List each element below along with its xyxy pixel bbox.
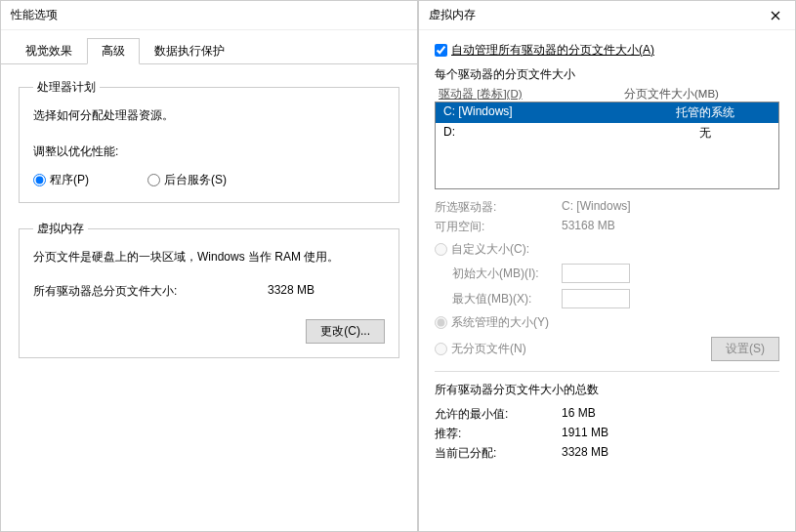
cur-label: 当前已分配: — [435, 445, 562, 462]
drive-list[interactable]: C: [Windows] 托管的系统 D: 无 — [435, 102, 779, 189]
close-icon — [771, 11, 780, 20]
avail-value: 53168 MB — [562, 219, 615, 235]
totals-title: 所有驱动器分页文件大小的总数 — [435, 382, 779, 398]
sys-managed-label: 系统管理的大小(Y) — [451, 314, 549, 331]
radio-custom-size — [435, 243, 447, 256]
auto-manage-row: 自动管理所有驱动器的分页文件大小(A) — [435, 42, 779, 59]
avail-row: 可用空间: 53168 MB — [435, 219, 779, 235]
radio-sys-managed — [435, 316, 447, 329]
each-drive-label: 每个驱动器的分页文件大小 — [435, 66, 779, 83]
drive-row[interactable]: D: 无 — [436, 123, 778, 143]
radio-bgservice-input[interactable] — [147, 174, 160, 186]
vm-legend: 虚拟内存 — [33, 221, 88, 237]
sys-managed-row: 系统管理的大小(Y) — [435, 314, 779, 331]
col-size: 分页文件大小(MB) — [624, 87, 719, 102]
cpu-radio-row: 程序(P) 后台服务(S) — [33, 172, 385, 188]
selected-drive-label: 所选驱动器: — [435, 199, 562, 216]
custom-size-label: 自定义大小(C): — [451, 241, 529, 258]
radio-no-paging — [435, 343, 447, 355]
cpu-fieldset: 处理器计划 选择如何分配处理器资源。 调整以优化性能: 程序(P) 后台服务(S… — [19, 79, 399, 203]
custom-size-row: 自定义大小(C): — [435, 241, 779, 258]
radio-bgservice-label: 后台服务(S) — [164, 172, 227, 188]
title-right: 虚拟内存 — [429, 7, 476, 23]
radio-programs-label: 程序(P) — [50, 172, 89, 188]
right-content: 自动管理所有驱动器的分页文件大小(A) 每个驱动器的分页文件大小 驱动器 [卷标… — [419, 30, 795, 476]
no-paging-row: 无分页文件(N) 设置(S) — [435, 337, 779, 361]
cur-value: 3328 MB — [562, 445, 608, 462]
separator — [435, 371, 779, 372]
virtual-memory-dialog: 虚拟内存 自动管理所有驱动器的分页文件大小(A) 每个驱动器的分页文件大小 驱动… — [418, 0, 796, 532]
no-paging-label: 无分页文件(N) — [451, 341, 526, 357]
radio-programs[interactable]: 程序(P) — [33, 172, 89, 188]
drive-row-label: C: [Windows] — [443, 104, 639, 121]
max-size-label: 最大值(MB)(X): — [435, 291, 562, 307]
change-button[interactable]: 更改(C)... — [306, 319, 385, 344]
vm-fieldset: 虚拟内存 分页文件是硬盘上的一块区域，Windows 当作 RAM 使用。 所有… — [19, 221, 399, 358]
max-size-input — [562, 289, 630, 308]
performance-options-dialog: 性能选项 视觉效果 高级 数据执行保护 处理器计划 选择如何分配处理器资源。 调… — [0, 0, 418, 532]
selected-drive-value: C: [Windows] — [562, 199, 631, 216]
titlebar-right: 虚拟内存 — [419, 1, 795, 30]
drive-row-label: D: — [443, 125, 639, 142]
max-size-row: 最大值(MB)(X): — [435, 289, 779, 308]
auto-manage-checkbox[interactable] — [435, 44, 447, 57]
tab-dep[interactable]: 数据执行保护 — [140, 38, 239, 64]
cur-row: 当前已分配: 3328 MB — [435, 445, 779, 462]
cpu-legend: 处理器计划 — [33, 79, 100, 96]
set-button: 设置(S) — [711, 337, 779, 361]
rec-label: 推荐: — [435, 426, 562, 442]
rec-value: 1911 MB — [562, 426, 608, 442]
vm-desc: 分页文件是硬盘上的一块区域，Windows 当作 RAM 使用。 — [33, 249, 385, 266]
vm-total-label: 所有驱动器总分页文件大小: — [33, 283, 209, 300]
auto-manage-label[interactable]: 自动管理所有驱动器的分页文件大小(A) — [451, 42, 654, 59]
vm-total-value: 3328 MB — [268, 283, 314, 300]
rec-row: 推荐: 1911 MB — [435, 426, 779, 442]
tab-advanced[interactable]: 高级 — [87, 38, 140, 64]
col-drive: 驱动器 [卷标](D) — [439, 87, 624, 102]
initial-size-input — [562, 264, 630, 283]
drive-settings-area: 所选驱动器: C: [Windows] 可用空间: 53168 MB 自定义大小… — [435, 199, 779, 361]
min-value: 16 MB — [562, 406, 596, 423]
drive-header: 驱动器 [卷标](D) 分页文件大小(MB) — [435, 87, 779, 102]
titlebar-left: 性能选项 — [1, 1, 417, 30]
drive-row-size: 无 — [639, 125, 771, 142]
cpu-adjust-label: 调整以优化性能: — [33, 143, 385, 160]
title-left: 性能选项 — [11, 7, 58, 23]
drive-row[interactable]: C: [Windows] 托管的系统 — [436, 102, 778, 123]
drive-row-size: 托管的系统 — [639, 104, 771, 121]
tabstrip: 视觉效果 高级 数据执行保护 — [1, 30, 417, 64]
min-row: 允许的最小值: 16 MB — [435, 406, 779, 423]
initial-size-label: 初始大小(MB)(I): — [435, 266, 562, 282]
cpu-desc: 选择如何分配处理器资源。 — [33, 107, 385, 124]
initial-size-row: 初始大小(MB)(I): — [435, 264, 779, 283]
selected-drive-row: 所选驱动器: C: [Windows] — [435, 199, 779, 216]
avail-label: 可用空间: — [435, 219, 562, 235]
tab-visual-effects[interactable]: 视觉效果 — [11, 38, 87, 64]
vm-change-wrap: 更改(C)... — [33, 319, 385, 344]
radio-bgservice[interactable]: 后台服务(S) — [147, 172, 227, 188]
close-button[interactable] — [756, 1, 795, 30]
min-label: 允许的最小值: — [435, 406, 562, 423]
left-content: 处理器计划 选择如何分配处理器资源。 调整以优化性能: 程序(P) 后台服务(S… — [1, 64, 417, 390]
radio-programs-input[interactable] — [33, 174, 46, 186]
vm-total-row: 所有驱动器总分页文件大小: 3328 MB — [33, 283, 385, 300]
